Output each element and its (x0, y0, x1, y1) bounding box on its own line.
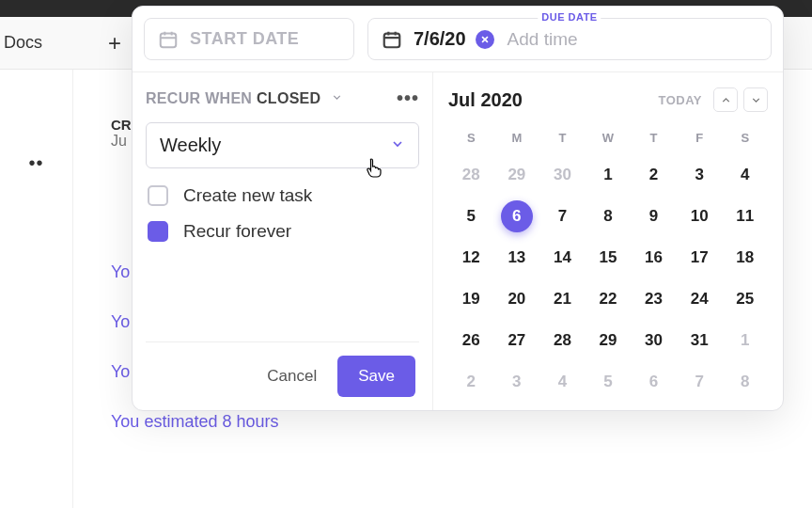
option-recur_forever[interactable]: Recur forever (146, 221, 419, 242)
date-recurrence-modal: START DATE DUE DATE 7/6/20 Add time RECU… (132, 6, 784, 411)
option-label: Create new task (183, 185, 312, 206)
add-time-button[interactable]: Add time (508, 29, 578, 50)
option-create_new_task[interactable]: Create new task (146, 185, 419, 206)
calendar-day[interactable]: 12 (448, 237, 494, 278)
frequency-select[interactable]: Weekly (146, 122, 419, 168)
clear-due-date-button[interactable] (476, 30, 494, 49)
calendar-day[interactable]: 21 (539, 278, 586, 320)
chevron-down-icon (390, 136, 405, 155)
calendar-day[interactable]: 3 (677, 154, 723, 196)
due-date-label: DUE DATE (538, 11, 601, 23)
calendar-day[interactable]: 5 (586, 361, 632, 403)
calendar-day[interactable]: 4 (539, 361, 586, 403)
calendar-prev-button[interactable] (713, 87, 738, 112)
calendar-day[interactable]: 9 (631, 196, 677, 237)
calendar-day[interactable]: 16 (631, 237, 677, 278)
calendar-day[interactable]: 1 (586, 154, 632, 196)
calendar-day[interactable]: 27 (494, 320, 540, 361)
start-date-placeholder: START DATE (190, 29, 299, 49)
activity-line: You estimated 8 hours (111, 412, 774, 432)
calendar-today-button[interactable]: TODAY (658, 93, 702, 107)
calendar-day[interactable]: 14 (539, 237, 586, 278)
calendar-day[interactable]: 28 (539, 320, 586, 361)
due-date-value: 7/6/20 (414, 28, 466, 50)
calendar-icon (158, 29, 179, 50)
calendar-month-label: Jul 2020 (448, 89, 523, 111)
save-button[interactable]: Save (337, 356, 415, 397)
calendar-day[interactable]: 3 (494, 361, 540, 403)
calendar-day[interactable]: 6 (631, 361, 677, 403)
calendar-day[interactable]: 10 (677, 196, 723, 237)
calendar-day[interactable]: 30 (539, 154, 586, 196)
due-date-field[interactable]: DUE DATE 7/6/20 Add time (367, 18, 772, 60)
calendar-day[interactable]: 17 (677, 237, 723, 278)
calendar-dow: S (448, 123, 494, 154)
calendar-dow: T (539, 123, 586, 154)
calendar-day[interactable]: 4 (722, 154, 768, 196)
svg-rect-1 (384, 33, 400, 47)
calendar-day[interactable]: 26 (448, 320, 494, 361)
docs-tab[interactable]: Docs (4, 33, 42, 53)
calendar-day[interactable]: 23 (631, 278, 677, 320)
option-label: Recur forever (183, 221, 291, 242)
calendar-day[interactable]: 15 (586, 237, 632, 278)
calendar-day[interactable]: 11 (722, 196, 768, 237)
calendar-day[interactable]: 13 (494, 237, 540, 278)
calendar-day[interactable]: 29 (586, 320, 632, 361)
calendar-day[interactable]: 7 (539, 196, 586, 237)
calendar-day[interactable]: 5 (448, 196, 494, 237)
calendar-day[interactable]: 29 (494, 154, 540, 196)
calendar-day[interactable]: 25 (722, 278, 768, 320)
sidebar-more-icon[interactable]: •• (28, 152, 43, 174)
calendar-day[interactable]: 1 (722, 320, 768, 361)
calendar-day[interactable]: 18 (722, 237, 768, 278)
recur-mode-value: CLOSED (257, 90, 320, 106)
calendar-next-button[interactable] (743, 87, 768, 112)
calendar-day[interactable]: 20 (494, 278, 540, 320)
calendar-dow: M (494, 123, 540, 154)
calendar-icon (382, 29, 402, 50)
calendar-dow: T (631, 123, 677, 154)
calendar-day[interactable]: 7 (677, 361, 723, 403)
cancel-button[interactable]: Cancel (250, 357, 334, 395)
add-tab-button[interactable]: + (108, 30, 121, 56)
calendar-day[interactable]: 6 (494, 196, 540, 237)
calendar-day[interactable]: 19 (448, 278, 494, 320)
recur-mode-selector[interactable]: RECUR WHEN CLOSED (146, 90, 343, 107)
calendar-dow: W (586, 123, 632, 154)
calendar-day[interactable]: 2 (631, 154, 677, 196)
calendar-day[interactable]: 31 (677, 320, 723, 361)
calendar-dow: F (677, 123, 723, 154)
recur-prefix: RECUR WHEN (146, 90, 252, 106)
calendar-day[interactable]: 24 (677, 278, 723, 320)
chevron-down-icon (331, 90, 343, 106)
calendar-day[interactable]: 2 (448, 361, 494, 403)
calendar-dow: S (722, 123, 768, 154)
checkbox[interactable] (148, 185, 168, 206)
start-date-field[interactable]: START DATE (144, 18, 354, 60)
calendar-day[interactable]: 28 (448, 154, 494, 196)
calendar-day[interactable]: 30 (631, 320, 677, 361)
svg-rect-0 (161, 33, 177, 47)
checkbox[interactable] (148, 221, 168, 242)
calendar-day[interactable]: 8 (586, 196, 632, 237)
calendar-day[interactable]: 22 (586, 278, 632, 320)
calendar-day[interactable]: 8 (722, 361, 768, 403)
frequency-value: Weekly (160, 135, 221, 156)
more-options-button[interactable]: ••• (397, 87, 419, 109)
